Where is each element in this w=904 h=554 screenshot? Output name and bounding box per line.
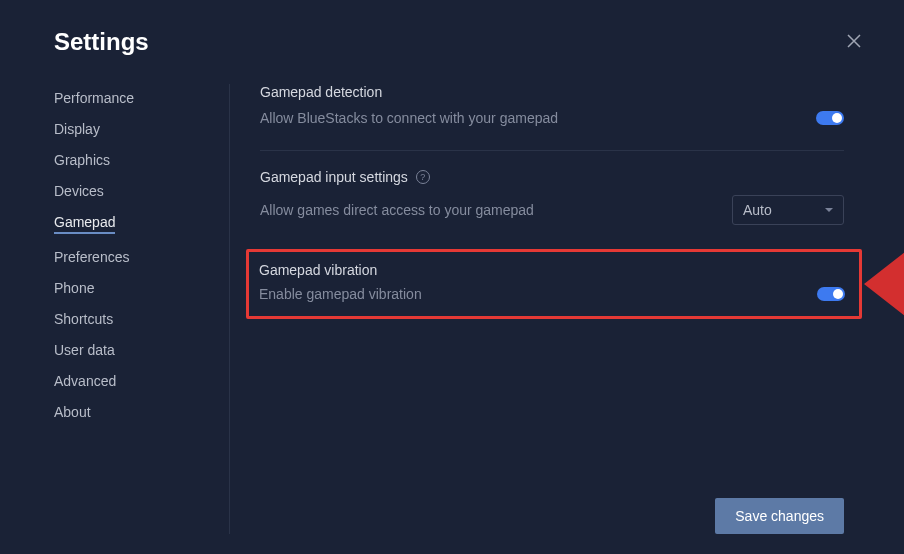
select-value: Auto — [743, 202, 772, 218]
chevron-down-icon — [825, 208, 833, 213]
gamepad-vibration-title: Gamepad vibration — [259, 262, 845, 278]
sidebar-item-label: Shortcuts — [54, 311, 113, 327]
sidebar-item-advanced[interactable]: Advanced — [54, 367, 229, 395]
sidebar-item-userdata[interactable]: User data — [54, 336, 229, 364]
sidebar-item-devices[interactable]: Devices — [54, 177, 229, 205]
gamepad-input-row: Allow games direct access to your gamepa… — [260, 191, 844, 229]
close-icon — [847, 34, 861, 48]
gamepad-detection-title: Gamepad detection — [260, 84, 844, 100]
gamepad-vibration-highlight: Gamepad vibration Enable gamepad vibrati… — [246, 249, 862, 319]
settings-header: Settings — [0, 0, 904, 56]
sidebar-item-display[interactable]: Display — [54, 115, 229, 143]
sidebar-item-performance[interactable]: Performance — [54, 84, 229, 112]
help-icon[interactable]: ? — [416, 170, 430, 184]
gamepad-vibration-toggle[interactable] — [817, 287, 845, 301]
gamepad-input-title: Gamepad input settings ? — [260, 169, 844, 185]
annotation-arrow-icon — [864, 241, 904, 327]
sidebar-item-label: Graphics — [54, 152, 110, 168]
gamepad-detection-toggle[interactable] — [816, 111, 844, 125]
gamepad-input-title-text: Gamepad input settings — [260, 169, 408, 185]
sidebar-item-label: Display — [54, 121, 100, 137]
sidebar-item-label: About — [54, 404, 91, 420]
sidebar-item-label: Devices — [54, 183, 104, 199]
page-title: Settings — [54, 28, 149, 56]
footer: Save changes — [715, 498, 844, 534]
sidebar-item-preferences[interactable]: Preferences — [54, 243, 229, 271]
sidebar-item-label: Preferences — [54, 249, 129, 265]
sidebar-item-gamepad[interactable]: Gamepad — [54, 208, 229, 240]
gamepad-input-desc: Allow games direct access to your gamepa… — [260, 202, 534, 218]
save-changes-button[interactable]: Save changes — [715, 498, 844, 534]
gamepad-detection-desc: Allow BlueStacks to connect with your ga… — [260, 110, 558, 126]
sidebar-item-graphics[interactable]: Graphics — [54, 146, 229, 174]
gamepad-input-group: Gamepad input settings ? Allow games dir… — [260, 169, 844, 249]
gamepad-detection-row: Allow BlueStacks to connect with your ga… — [260, 106, 844, 130]
gamepad-vibration-desc: Enable gamepad vibration — [259, 286, 422, 302]
sidebar-item-label: Phone — [54, 280, 94, 296]
gamepad-vibration-row: Enable gamepad vibration — [259, 282, 845, 306]
sidebar-item-shortcuts[interactable]: Shortcuts — [54, 305, 229, 333]
sidebar-nav: Performance Display Graphics Devices Gam… — [0, 84, 230, 534]
sidebar-item-label: Advanced — [54, 373, 116, 389]
svg-marker-0 — [864, 241, 904, 327]
sidebar-item-label: User data — [54, 342, 115, 358]
main-panel: Gamepad detection Allow BlueStacks to co… — [230, 84, 904, 534]
sidebar-item-about[interactable]: About — [54, 398, 229, 426]
sidebar-item-label: Gamepad — [54, 214, 115, 234]
sidebar-item-phone[interactable]: Phone — [54, 274, 229, 302]
sidebar-item-label: Performance — [54, 90, 134, 106]
content-area: Performance Display Graphics Devices Gam… — [0, 56, 904, 534]
gamepad-input-select[interactable]: Auto — [732, 195, 844, 225]
gamepad-detection-group: Gamepad detection Allow BlueStacks to co… — [260, 84, 844, 151]
close-button[interactable] — [842, 29, 866, 53]
